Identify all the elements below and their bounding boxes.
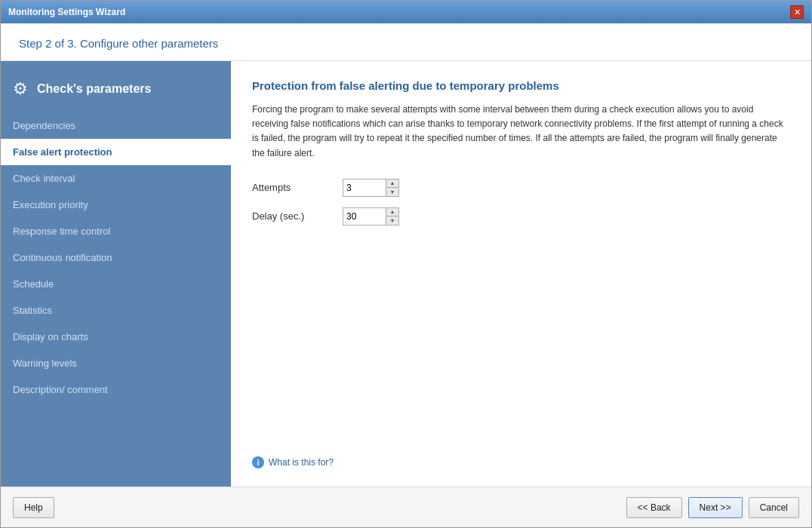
step-header: Step 2 of 3. Configure other parameters <box>1 23 811 61</box>
delay-spin-up[interactable]: ▲ <box>386 208 398 216</box>
attempts-label: Attempts <box>252 182 343 193</box>
sidebar-item-schedule[interactable]: Schedule <box>1 271 231 297</box>
sidebar-header: ⚙ Check's parameters <box>1 69 231 112</box>
sidebar-item-display-on-charts[interactable]: Display on charts <box>1 324 231 350</box>
footer-left: Help <box>13 497 54 518</box>
step-label: Step 2 of 3. Configure other parameters <box>19 37 218 50</box>
info-icon: i <box>252 456 264 468</box>
main-window: Monitoring Settings Wizard ✕ Step 2 of 3… <box>0 0 812 528</box>
next-button[interactable]: Next >> <box>688 497 743 518</box>
sidebar-section-title: Check's parameters <box>37 82 151 96</box>
section-title: Protection from false alerting due to te… <box>252 79 790 92</box>
attempts-spin-up[interactable]: ▲ <box>386 180 398 188</box>
attempts-input[interactable] <box>343 180 386 196</box>
what-is-link[interactable]: i What is this for? <box>252 441 790 468</box>
delay-spinner: ▲ ▼ <box>343 207 399 226</box>
title-bar: Monitoring Settings Wizard ✕ <box>1 1 811 23</box>
sidebar-item-false-alert-protection[interactable]: False alert protection <box>1 139 231 165</box>
sidebar-item-check-interval[interactable]: Check interval <box>1 165 231 192</box>
main-panel: Protection from false alerting due to te… <box>231 61 811 487</box>
sidebar-item-response-time-control[interactable]: Response time control <box>1 218 231 244</box>
back-button[interactable]: << Back <box>626 497 682 518</box>
window-title: Monitoring Settings Wizard <box>8 7 125 17</box>
gear-icon: ⚙ <box>13 79 28 99</box>
sidebar-item-continuous-notification[interactable]: Continuous notification <box>1 244 231 271</box>
attempts-spinner-buttons: ▲ ▼ <box>386 180 398 196</box>
footer: Help << Back Next >> Cancel <box>1 487 811 527</box>
sidebar-item-description-comment[interactable]: Description/ comment <box>1 376 231 403</box>
delay-row: Delay (sec.) ▲ ▼ <box>252 207 790 226</box>
attempts-spinner: ▲ ▼ <box>343 179 399 197</box>
content-area: ⚙ Check's parameters Dependencies False … <box>1 61 811 487</box>
sidebar-item-statistics[interactable]: Statistics <box>1 297 231 324</box>
sidebar-item-dependencies[interactable]: Dependencies <box>1 112 231 139</box>
delay-input[interactable] <box>343 208 386 225</box>
help-button[interactable]: Help <box>13 497 54 518</box>
close-button[interactable]: ✕ <box>790 5 804 19</box>
description-text: Forcing the program to make several atte… <box>252 103 790 161</box>
sidebar-item-warning-levels[interactable]: Warning levels <box>1 350 231 376</box>
cancel-button[interactable]: Cancel <box>749 497 799 518</box>
delay-label: Delay (sec.) <box>252 210 343 222</box>
delay-spinner-buttons: ▲ ▼ <box>386 208 398 225</box>
footer-right: << Back Next >> Cancel <box>626 497 799 518</box>
sidebar-item-execution-priority[interactable]: Execution priority <box>1 192 231 218</box>
what-is-text: What is this for? <box>269 457 334 468</box>
attempts-row: Attempts ▲ ▼ <box>252 179 790 197</box>
attempts-spin-down[interactable]: ▼ <box>386 188 398 196</box>
delay-spin-down[interactable]: ▼ <box>386 216 398 225</box>
sidebar: ⚙ Check's parameters Dependencies False … <box>1 61 231 487</box>
